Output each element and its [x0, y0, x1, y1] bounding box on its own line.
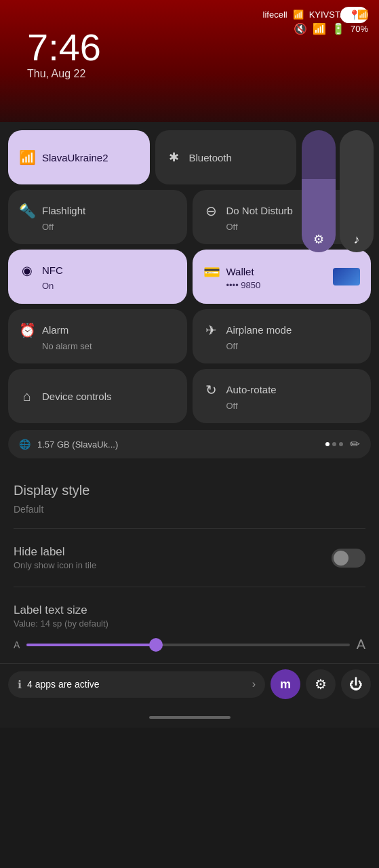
- nfc-status: On: [42, 281, 176, 291]
- divider-1: [14, 528, 365, 529]
- size-slider-track[interactable]: [26, 644, 349, 646]
- text-size-large-icon: A: [357, 637, 365, 652]
- tile-wifi[interactable]: 📶 SlavaUkraine2: [8, 130, 150, 184]
- edit-icon[interactable]: ✏: [350, 437, 360, 452]
- data-usage-bar: 🌐 1.57 GB (SlavaUk...) ✏: [8, 430, 371, 458]
- music-note-icon: ♪: [354, 233, 360, 247]
- battery-percent: 70%: [351, 24, 368, 34]
- hide-label-row: Hide label Only show icon in tile: [14, 534, 365, 581]
- display-style-value: Default: [14, 504, 365, 523]
- text-size-small-icon: A: [14, 639, 20, 650]
- active-apps-pill[interactable]: ℹ 4 apps are active ›: [8, 671, 265, 698]
- date: Thu, Aug 22: [27, 68, 101, 80]
- size-slider-row: A A: [14, 637, 365, 652]
- devicecontrols-icon: ⌂: [19, 389, 35, 404]
- display-style-section: Display style Default: [14, 469, 365, 523]
- avatar-button[interactable]: m: [271, 669, 300, 699]
- chevron-right-icon: ›: [252, 678, 256, 690]
- label-text-size-section: Label text size Value: 14 sp (by default…: [14, 593, 365, 663]
- hide-label-toggle[interactable]: [332, 549, 365, 568]
- quick-settings-panel: 📶 SlavaUkraine2 ✱ Bluetooth ⚙ ♪: [0, 122, 379, 469]
- home-indicator: [0, 707, 379, 728]
- data-usage-globe-icon: 🌐: [19, 439, 31, 450]
- signal-icon1: 📶: [293, 9, 304, 20]
- wallet-card-number: •••• 9850: [226, 280, 261, 290]
- size-slider-thumb: [149, 638, 163, 652]
- battery-icon: 🔋: [332, 22, 345, 35]
- brightness-slider[interactable]: ⚙: [302, 130, 336, 252]
- size-slider-fill: [26, 644, 156, 646]
- power-icon: ⏻: [349, 677, 363, 692]
- alarm-icon: ⏰: [19, 322, 35, 338]
- airplane-status: Off: [226, 341, 361, 351]
- flashlight-icon: 🔦: [19, 203, 35, 219]
- carrier2: KYIVSTAR: [309, 9, 352, 20]
- hide-label-sublabel: Only show icon in tile: [14, 560, 96, 570]
- tile-bluetooth[interactable]: ✱ Bluetooth: [155, 130, 297, 184]
- wallet-card-preview: [333, 268, 360, 285]
- settings-section: Display style Default Hide label Only sh…: [0, 469, 379, 663]
- wallet-icon: 💳: [203, 264, 220, 280]
- active-apps-text: 4 apps are active: [27, 679, 247, 690]
- status-bar: 📍 7:46 Thu, Aug 22 lifecell 📶 KYIVSTAR 📶…: [0, 0, 379, 122]
- dot-2: [332, 442, 336, 446]
- settings-gear-icon: ⚙: [315, 676, 327, 692]
- gear-icon: ⚙: [313, 232, 324, 247]
- volume-slider[interactable]: ♪: [340, 130, 374, 252]
- bottom-bar: ℹ 4 apps are active › m ⚙ ⏻: [0, 663, 379, 707]
- airplane-icon: ✈: [203, 322, 220, 338]
- dot-3: [339, 442, 343, 446]
- signal-icon2: 📶: [357, 9, 368, 20]
- autorotate-status: Off: [226, 401, 361, 411]
- tile-airplane[interactable]: ✈ Airplane mode Off: [193, 309, 372, 363]
- power-button[interactable]: ⏻: [341, 669, 371, 699]
- tiles-grid: 📶 SlavaUkraine2 ✱ Bluetooth: [8, 130, 296, 184]
- bluetooth-icon: ✱: [166, 150, 182, 165]
- display-style-title: Display style: [14, 469, 365, 504]
- settings-button[interactable]: ⚙: [306, 669, 336, 699]
- clock: 7:46: [27, 28, 101, 66]
- tile-flashlight[interactable]: 🔦 Flashlight Off: [8, 190, 187, 244]
- home-bar: [149, 716, 231, 719]
- alarm-status: No alarm set: [42, 341, 176, 351]
- side-controls: ⚙ ♪: [302, 130, 374, 252]
- dot-1: [325, 442, 330, 446]
- carrier1: lifecell: [263, 9, 287, 20]
- hide-label-text: Hide label: [14, 545, 96, 559]
- nfc-icon: ◉: [19, 263, 35, 278]
- mute-icon: 🔇: [294, 22, 307, 35]
- autorotate-icon: ↻: [203, 382, 220, 398]
- tile-autorotate[interactable]: ↻ Auto-rotate Off: [193, 369, 372, 423]
- info-icon: ℹ: [18, 678, 22, 691]
- page-dots: [325, 442, 343, 446]
- label-text-size-title: Label text size: [14, 604, 365, 617]
- tile-devicecontrols[interactable]: ⌂ Device controls: [8, 369, 187, 423]
- label-text-size-value: Value: 14 sp (by default): [14, 618, 365, 629]
- flashlight-status: Off: [42, 222, 176, 232]
- data-usage-text: 1.57 GB (SlavaUk...): [37, 439, 319, 450]
- tile-nfc[interactable]: ◉ NFC On: [8, 250, 187, 304]
- toggle-knob: [334, 551, 348, 566]
- avatar-letter: m: [280, 677, 291, 692]
- tile-alarm[interactable]: ⏰ Alarm No alarm set: [8, 309, 187, 363]
- divider-2: [14, 587, 365, 587]
- tile-wallet[interactable]: 💳 Wallet •••• 9850: [193, 250, 372, 304]
- wifi-icon: 📶: [19, 149, 35, 165]
- wifi-status-icon: 📶: [313, 22, 326, 35]
- donotdisturb-icon: ⊖: [203, 203, 220, 219]
